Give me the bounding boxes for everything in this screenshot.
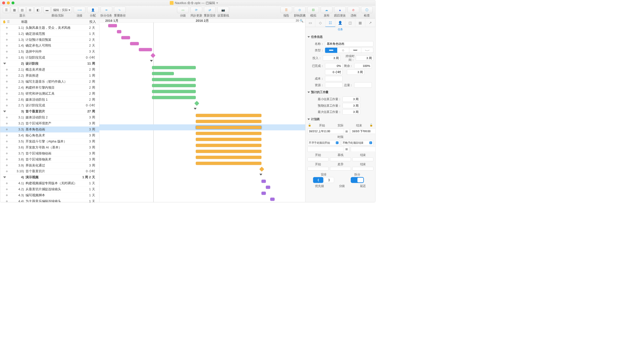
simulate-btn[interactable]: ⚄	[307, 7, 319, 13]
gantt-row[interactable]	[99, 142, 305, 148]
task-row[interactable]: 3.5) 开发战斗引擎（Alpha 版本） 3 周	[0, 138, 99, 144]
schedule-asap-btn[interactable]: ⟪	[313, 177, 323, 183]
set-baseline-btn[interactable]: 📷	[217, 7, 229, 13]
gantt-bar[interactable]	[261, 180, 266, 183]
gantt-bar[interactable]	[196, 150, 261, 153]
window-zoom[interactable]	[12, 2, 15, 5]
gantt-row[interactable]	[99, 71, 305, 77]
gantt-row[interactable]	[99, 106, 305, 112]
gantt-bar[interactable]	[261, 192, 266, 195]
gantt-bar[interactable]	[196, 126, 261, 129]
assign-btn[interactable]: 👤	[87, 7, 99, 13]
baseline-end-input[interactable]	[352, 157, 373, 161]
cost-input[interactable]	[325, 76, 343, 81]
gantt-bar[interactable]	[152, 96, 196, 99]
variance-end-input[interactable]	[352, 167, 373, 170]
gantt-row[interactable]	[99, 130, 305, 136]
gantt-row[interactable]	[99, 35, 305, 41]
task-row[interactable]: 2.6) 媒体活动阶段 1 2 周	[0, 96, 99, 102]
task-row[interactable]: 2.5) 研究和评估测试工具 2 周	[0, 90, 99, 96]
baseline-edit-select[interactable]: 编辑：实际 ▾	[51, 7, 72, 13]
gantt-row[interactable]	[99, 136, 305, 142]
gantt-milestone[interactable]	[259, 167, 264, 172]
task-row[interactable]: 3) 首个垂直切片 27 周	[0, 108, 99, 114]
remaining-input[interactable]	[354, 63, 372, 68]
task-row[interactable]: 3.4) 核心角色美术 3 周	[0, 132, 99, 138]
task-row[interactable]: 4.4) 为主题音乐编辑连续镜头 1 天	[0, 198, 99, 202]
view-network-btn[interactable]: ⊞	[27, 7, 34, 13]
gantt-bar[interactable]	[121, 36, 130, 39]
column-title[interactable]: 标题	[12, 20, 82, 24]
gantt-bar[interactable]	[196, 114, 261, 117]
level-btn[interactable]: ▭	[177, 7, 189, 13]
start-constraint-select[interactable]: 不早于此项目开始▾	[307, 140, 340, 145]
gantt-bar[interactable]	[152, 84, 196, 87]
gantt-row[interactable]	[99, 196, 305, 202]
task-row[interactable]: 1.6) 计划阶段完成 0 小时	[0, 55, 99, 61]
gantt-bar[interactable]	[152, 72, 174, 75]
task-row[interactable]: 3.7) 首个区域怪物动画 3 周	[0, 150, 99, 156]
lock-start-icon[interactable]: 🔓	[307, 123, 312, 127]
gantt-bar[interactable]	[152, 78, 196, 81]
completed-input[interactable]	[325, 63, 343, 68]
gantt-bar[interactable]	[196, 132, 261, 135]
publish-btn[interactable]: ☁	[321, 7, 333, 13]
end-limit-date[interactable]: ▦	[351, 146, 375, 152]
gantt-row[interactable]	[99, 65, 305, 71]
track-btn[interactable]: ▲	[334, 7, 346, 13]
task-row[interactable]: 1.2) 确定游戏范围 1 天	[0, 31, 99, 37]
task-row[interactable]: 3.1) 媒体活动阶段 2 3 周	[0, 114, 99, 120]
section-task-info[interactable]: 任务信息	[311, 35, 323, 39]
min-est-input[interactable]	[343, 96, 360, 102]
task-row[interactable]: 2.2) 界面推进 1 周	[0, 73, 99, 79]
completed-hours-input[interactable]	[325, 70, 343, 75]
gantt-row[interactable]	[99, 166, 305, 172]
gantt-row[interactable]	[99, 118, 305, 124]
inspector-tab-5[interactable]: ◫	[345, 19, 355, 27]
type-hammock[interactable]	[361, 48, 373, 53]
gantt-bar[interactable]	[117, 30, 121, 33]
baseline-start-input[interactable]	[307, 157, 329, 161]
variance-mid-input[interactable]	[330, 167, 351, 170]
gantt-bar[interactable]	[196, 162, 261, 165]
schedule-alap-btn[interactable]: ⟫	[324, 177, 334, 183]
inspector-tab-6[interactable]: ▦	[355, 19, 365, 27]
type-group[interactable]	[349, 48, 361, 53]
start-limit-date[interactable]: ▦	[307, 146, 349, 152]
lock-end-icon[interactable]: 🔓	[369, 123, 373, 127]
max-est-input[interactable]	[343, 109, 360, 115]
task-row[interactable]: 3.10) 首个垂直切片 0 小时	[0, 168, 99, 174]
gantt-row[interactable]	[99, 94, 305, 100]
connect-btn[interactable]: ⟶	[74, 7, 85, 13]
task-row[interactable]: 2.7) 设计阶段完成 0 小时	[0, 102, 99, 108]
gantt-milestone[interactable]	[150, 53, 155, 58]
inspector-tab-1[interactable]: ▭	[305, 19, 315, 27]
gantt-bar[interactable]	[130, 42, 139, 45]
variance-start-input[interactable]	[307, 167, 329, 170]
gantt-row[interactable]	[99, 29, 305, 35]
gantt-row[interactable]	[99, 76, 305, 82]
end-constraint-select[interactable]: 不晚于此项目结束▾	[341, 140, 373, 145]
reports-btn[interactable]: ☰	[280, 7, 292, 13]
inspector-tab-2[interactable]: ◇	[315, 19, 326, 27]
split-toggle[interactable]	[351, 177, 364, 183]
zoom-in-icon[interactable]: 🔍	[300, 19, 303, 22]
gantt-row[interactable]	[99, 82, 305, 88]
remaining-weeks-input[interactable]	[347, 70, 364, 75]
view-outline-btn[interactable]: ☰	[3, 7, 10, 13]
task-type-segmented[interactable]: ◇	[325, 48, 373, 53]
gantt-row[interactable]	[99, 100, 305, 106]
task-row[interactable]: 3.2) 首个区域环境资产 3 周	[0, 120, 99, 126]
calendar-icon[interactable]: ▦	[344, 129, 349, 134]
gantt-row[interactable]	[99, 59, 305, 65]
task-row[interactable]: 1.3) 计划预计项目预算 2 天	[0, 37, 99, 43]
inspector-tab-7[interactable]: ↗	[365, 19, 375, 27]
task-row[interactable]: 4) 演示视频 1 周 2 天	[0, 174, 99, 180]
effort-input[interactable]	[323, 55, 340, 61]
view-style-btn[interactable]: ◧	[34, 7, 42, 13]
view-resource-btn[interactable]: ▦	[11, 7, 18, 13]
calendar-icon[interactable]: ▦	[344, 146, 349, 152]
gantt-row[interactable]	[99, 148, 305, 154]
section-schedule[interactable]: 计划表	[311, 117, 320, 121]
type-task[interactable]	[325, 48, 337, 53]
